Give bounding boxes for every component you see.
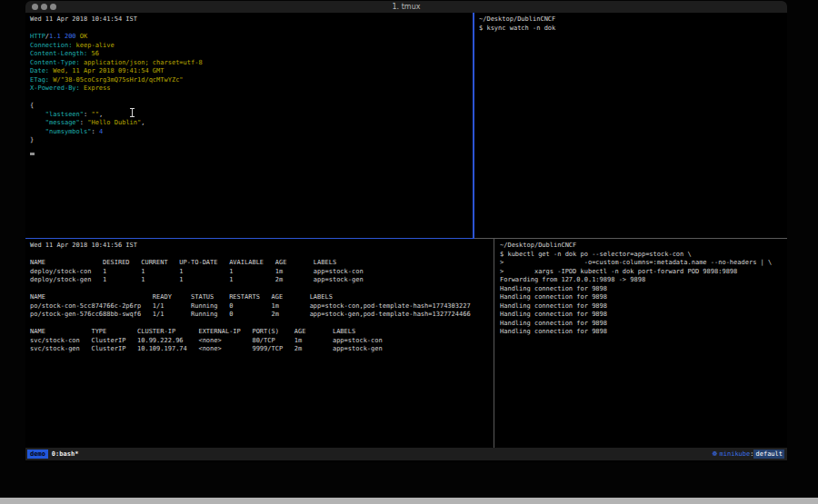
- active-window-name[interactable]: 0:bash*: [52, 450, 79, 458]
- kubectl-get-output: Wed 11 Apr 2018 10:41:56 IST NAME DESIRE…: [25, 239, 494, 354]
- port-forward-output: ~/Desktop/DublinCNCF$ kubectl get -n dok…: [495, 239, 787, 337]
- pane-divider-horizontal-right[interactable]: [474, 238, 787, 239]
- session-name-badge[interactable]: demo: [27, 450, 48, 459]
- pane-port-forward[interactable]: ~/Desktop/DublinCNCF$ kubectl get -n dok…: [495, 239, 787, 448]
- kube-context-label: minikube: [720, 450, 751, 458]
- pane-ksync-watch[interactable]: ~/Desktop/DublinCNCF$ ksync watch -n dok: [474, 13, 787, 238]
- desktop-bottom-strip: [0, 498, 818, 504]
- terminal-window: 1. tmux Wed 11 Apr 2018 10:41:54 IST HTT…: [25, 1, 787, 462]
- kube-status: ☸ minikube : default: [712, 450, 784, 459]
- kubernetes-helm-icon: ☸: [712, 450, 717, 458]
- pane-divider-horizontal-left[interactable]: [25, 238, 474, 239]
- pane-divider-vertical-top[interactable]: [473, 13, 474, 239]
- desktop: 1. tmux Wed 11 Apr 2018 10:41:54 IST HTT…: [0, 0, 818, 504]
- window-title: 1. tmux: [25, 3, 787, 11]
- kube-namespace-label: default: [753, 450, 784, 459]
- ksync-watch-output: ~/Desktop/DublinCNCF$ ksync watch -n dok: [474, 13, 787, 33]
- window-titlebar[interactable]: 1. tmux: [25, 1, 787, 13]
- mouse-ibeam-cursor: [130, 108, 135, 117]
- pane-kubectl-get[interactable]: Wed 11 Apr 2018 10:41:56 IST NAME DESIRE…: [25, 239, 494, 448]
- pane-divider-vertical-bottom[interactable]: [494, 239, 494, 448]
- pane-http-response[interactable]: Wed 11 Apr 2018 10:41:54 IST HTTP/1.1 20…: [25, 13, 473, 238]
- terminal-block-cursor: [30, 153, 35, 155]
- tmux-status-bar: demo 0:bash* ☸ minikube : default: [25, 448, 787, 460]
- http-response-output: Wed 11 Apr 2018 10:41:54 IST HTTP/1.1 20…: [25, 13, 473, 145]
